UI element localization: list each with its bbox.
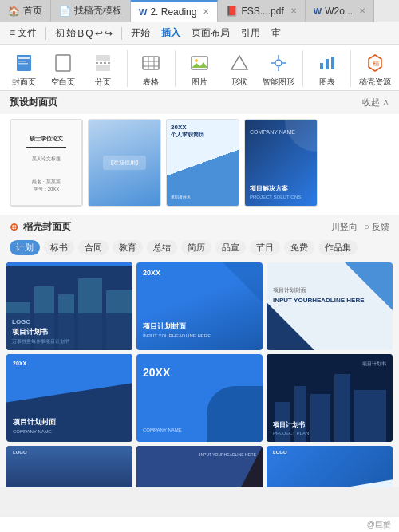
- menu-review[interactable]: 审: [267, 25, 286, 41]
- tab-fss-label: FSS....pdf: [241, 6, 283, 17]
- preset-card-4[interactable]: COMPANY NAME 项目解决方案 PROJECT SOLUTIONS: [244, 119, 318, 207]
- ribbon-image-btn[interactable]: 图片: [182, 53, 217, 87]
- tag-holiday[interactable]: 节日: [250, 240, 280, 255]
- cover-icon: [14, 53, 34, 75]
- menu-bar: ≡ 文件 初 始 B Q ↩ ↪ 开始 插入 页面布局 引用 审: [0, 22, 399, 45]
- blank-label: 空白页: [51, 77, 75, 88]
- tag-free[interactable]: 免费: [284, 240, 314, 255]
- copy-icon: B: [77, 28, 84, 39]
- tab-w2o[interactable]: W W2o... ✕: [306, 0, 374, 22]
- shape-label: 形状: [231, 77, 247, 88]
- table-icon: [141, 53, 160, 75]
- break-icon: [93, 53, 113, 75]
- svg-point-16: [275, 60, 282, 66]
- template-card-2[interactable]: 20XX 项目计划封面 INPUT YOURHEADLINE HERE: [136, 262, 263, 350]
- template-card-8[interactable]: INPUT YOURHEADLINE HERE 项目计划封面: [136, 446, 263, 487]
- tab-reading-label: 2. Reading: [150, 6, 196, 18]
- preset-card-1[interactable]: 硕士学位论文 某人论文标题 姓名：某某某 学号：20XX: [10, 119, 83, 207]
- ribbon-chart-btn[interactable]: 图表: [310, 53, 345, 87]
- tab-home[interactable]: 🏠 首页: [0, 0, 51, 22]
- template-brand-logo: ⊕: [10, 221, 18, 233]
- menu-start[interactable]: 开始: [126, 25, 155, 41]
- home-icon: 🏠: [8, 6, 20, 17]
- preset-card-2[interactable]: 【欢迎使用】: [88, 119, 161, 207]
- chart-label: 图表: [319, 77, 335, 88]
- svg-rect-21: [320, 63, 323, 69]
- shape-icon: [230, 53, 249, 75]
- ribbon-cover-btn[interactable]: 封面页: [6, 53, 41, 87]
- ribbon-divider-1: [127, 50, 128, 87]
- feedback-btn[interactable]: ○ 反馈: [364, 221, 389, 233]
- ribbon-break-btn[interactable]: 分页: [85, 53, 120, 87]
- ribbon-divider-3: [302, 50, 303, 87]
- menu-undo-redo[interactable]: 初 始 B Q ↩ ↪: [50, 25, 117, 41]
- svg-marker-15: [231, 56, 247, 69]
- preset-card-3[interactable]: 20XX 个人求职简历 求职者姓名: [166, 119, 239, 207]
- preset-collapse-btn[interactable]: 收起 ∧: [362, 97, 389, 108]
- template-brand-name: 稻壳封面页: [23, 220, 71, 234]
- template-grid: LOGO 项目计划书 万事胜意每件事项目计划书 20XX 项目计划封面 INPU…: [0, 258, 399, 487]
- smart-icon: [269, 53, 288, 75]
- tab-w2o-label: W2o...: [325, 6, 353, 17]
- preset-title: 预设封面页: [10, 96, 57, 109]
- template-card-5[interactable]: 20XX COMPANY NAME: [136, 354, 263, 442]
- svg-text:稻: 稻: [373, 60, 379, 67]
- menu-layout[interactable]: 页面布局: [187, 25, 235, 41]
- template-card-7[interactable]: LOGO 项目计划封面 PROJECT PLAN: [6, 446, 132, 487]
- svg-rect-22: [326, 59, 329, 69]
- break-label: 分页: [95, 77, 111, 88]
- template-title-row: ⊕ 稻壳封面页: [10, 220, 71, 234]
- svg-point-14: [195, 59, 198, 62]
- smart-label: 智能图形: [263, 77, 294, 88]
- tab-fss[interactable]: 📕 FSS....pdf ✕: [218, 0, 305, 22]
- tag-brand[interactable]: 品宣: [215, 240, 246, 255]
- template-card-3[interactable]: 项目计划封面 INPUT YOURHEADLINE HERE: [267, 262, 393, 350]
- search-icon: Q: [85, 28, 93, 39]
- word-icon-w2o: W: [314, 6, 322, 16]
- blank-icon: [53, 53, 73, 75]
- ribbon-content: 封面页 空白页 分页 表格 图片 形状 智能图形: [0, 45, 399, 91]
- ribbon-blank-btn[interactable]: 空白页: [46, 53, 81, 87]
- template-card-1[interactable]: LOGO 项目计划书 万事胜意每件事项目计划书: [6, 262, 132, 350]
- pdf-icon: 📕: [226, 6, 238, 17]
- image-label: 图片: [192, 77, 207, 88]
- vertical-layout-btn[interactable]: 川竖向: [331, 221, 358, 233]
- menu-sep-1: [45, 27, 46, 40]
- tag-portfolio[interactable]: 作品集: [318, 240, 358, 255]
- ribbon-table-btn[interactable]: 表格: [134, 53, 169, 87]
- redo-icon2: ↪: [105, 28, 113, 39]
- word-icon-reading: W: [139, 7, 147, 17]
- menu-file[interactable]: ≡ 文件: [5, 25, 41, 41]
- menu-reference[interactable]: 引用: [236, 25, 265, 41]
- ribbon-smart-btn[interactable]: 智能图形: [261, 53, 296, 87]
- template-card-9[interactable]: LOGO 项目计划书封面 PROJECT PLAN: [267, 446, 393, 487]
- tag-plan[interactable]: 计划: [10, 240, 40, 255]
- menu-sep-2: [121, 27, 122, 40]
- template-card-6[interactable]: 项目计划书 项目计划书 PROJECT PLAN: [267, 354, 393, 442]
- tab-w2o-close[interactable]: ✕: [359, 6, 365, 15]
- tag-contract[interactable]: 合同: [78, 240, 109, 255]
- tab-reading[interactable]: W 2. Reading ✕: [131, 0, 218, 22]
- bottom-bar: @巨蟹: [0, 516, 399, 532]
- svg-rect-3: [18, 63, 28, 65]
- tag-resume[interactable]: 简历: [181, 240, 211, 255]
- tab-reading-close[interactable]: ✕: [203, 7, 209, 16]
- tag-education[interactable]: 教育: [113, 240, 143, 255]
- tab-fss-close[interactable]: ✕: [290, 6, 297, 15]
- template-header: ⊕ 稻壳封面页 川竖向 ○ 反馈: [0, 215, 399, 237]
- tab-template[interactable]: 📄 找稿壳模板: [51, 0, 131, 22]
- ribbon-shell-btn[interactable]: 稻 稿壳资源: [358, 53, 393, 87]
- tag-summary[interactable]: 总结: [147, 240, 177, 255]
- template-card-4[interactable]: 20XX 项目计划封面 COMPANY NAME: [6, 354, 132, 442]
- template-tab-icon: 📄: [59, 6, 71, 17]
- tag-bid[interactable]: 标书: [44, 240, 74, 255]
- ribbon-shape-btn[interactable]: 形状: [222, 53, 257, 87]
- tab-template-label: 找稿壳模板: [74, 4, 122, 18]
- undo-icon: 初: [55, 26, 65, 40]
- svg-rect-2: [18, 61, 26, 62]
- table-label: 表格: [143, 77, 159, 88]
- menu-insert[interactable]: 插入: [156, 25, 185, 41]
- panel-container: 预设封面页 收起 ∧ 硕士学位论文 某人论文标题 姓名：某某某 学号：20XX …: [0, 91, 399, 487]
- chart-icon: [318, 53, 337, 75]
- preset-section-header: 预设封面页 收起 ∧: [0, 91, 399, 114]
